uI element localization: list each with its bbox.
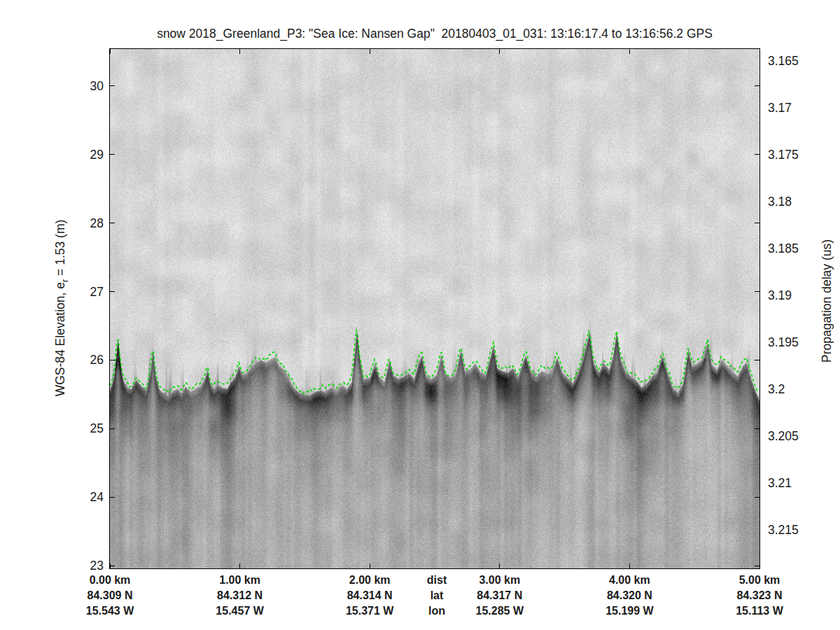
elevation-tick-label: 24 xyxy=(70,490,104,505)
lon-row-legend: lon xyxy=(427,603,447,619)
delay-tick-label: 3.175 xyxy=(768,148,799,162)
distance-column: 0.00 km84.309 N15.543 W xyxy=(86,573,134,619)
latitude-label: 84.317 N xyxy=(476,588,524,603)
distance-column: 2.00 km84.314 N15.371 W xyxy=(346,573,393,619)
distance-column: 4.00 km84.320 N15.199 W xyxy=(606,573,653,619)
elevation-tick-label: 25 xyxy=(70,421,104,436)
distance-column: 1.00 km84.312 N15.457 W xyxy=(216,573,263,619)
longitude-label: 15.371 W xyxy=(346,603,393,619)
left-axis-label-units: = 1.53 (m) xyxy=(53,220,67,279)
right-axis-label: Propagation delay (us) xyxy=(820,239,834,363)
delay-tick-label: 3.21 xyxy=(768,476,792,491)
lat-row-legend: lat xyxy=(427,588,447,603)
distance-column: 3.00 km84.317 N15.285 W xyxy=(476,573,524,619)
left-axis-label-subscript: r xyxy=(60,279,70,282)
left-axis-label: WGS-84 Elevation, er = 1.53 (m) xyxy=(53,220,70,397)
left-axis-label-text: WGS-84 Elevation, e xyxy=(53,282,67,396)
dist-row-legend: dist xyxy=(427,573,447,588)
elevation-tick-label: 30 xyxy=(70,78,104,93)
delay-tick-label: 3.2 xyxy=(768,382,785,397)
delay-tick-label: 3.185 xyxy=(768,241,799,256)
distance-label: 1.00 km xyxy=(216,573,263,588)
elevation-tick-label: 29 xyxy=(70,147,104,162)
longitude-label: 15.285 W xyxy=(476,603,524,619)
delay-tick-label: 3.19 xyxy=(768,288,792,303)
delay-tick-label: 3.18 xyxy=(768,195,792,209)
delay-tick-label: 3.195 xyxy=(768,335,799,350)
distance-label: 3.00 km xyxy=(476,573,524,588)
distance-column: 5.00 km84.323 N15.113 W xyxy=(736,573,783,619)
distance-label: 4.00 km xyxy=(606,573,653,588)
distance-label: 5.00 km xyxy=(736,573,783,588)
latitude-label: 84.323 N xyxy=(736,588,783,603)
distance-label: 2.00 km xyxy=(346,573,393,588)
axis-row-legend: distlatlon xyxy=(427,573,447,619)
delay-tick-label: 3.215 xyxy=(768,523,799,538)
longitude-label: 15.199 W xyxy=(606,603,653,619)
delay-tick-label: 3.17 xyxy=(768,101,792,115)
latitude-label: 84.320 N xyxy=(606,588,653,603)
radar-echogram-figure: snow 2018_Greenland_P3: "Sea Ice: Nansen… xyxy=(0,0,840,630)
elevation-tick-label: 23 xyxy=(70,559,104,573)
latitude-label: 84.309 N xyxy=(86,588,134,603)
distance-label: 0.00 km xyxy=(86,573,134,588)
longitude-label: 15.457 W xyxy=(216,603,263,619)
latitude-label: 84.314 N xyxy=(346,588,393,603)
echogram-image xyxy=(110,49,760,568)
delay-tick-label: 3.205 xyxy=(768,429,799,444)
delay-tick-label: 3.165 xyxy=(768,54,799,69)
latitude-label: 84.312 N xyxy=(216,588,263,603)
elevation-tick-label: 28 xyxy=(70,216,104,230)
longitude-label: 15.113 W xyxy=(736,603,783,619)
figure-title: snow 2018_Greenland_P3: "Sea Ice: Nansen… xyxy=(110,27,760,41)
elevation-tick-label: 27 xyxy=(70,284,104,299)
elevation-tick-label: 26 xyxy=(70,353,104,368)
longitude-label: 15.543 W xyxy=(86,603,134,619)
